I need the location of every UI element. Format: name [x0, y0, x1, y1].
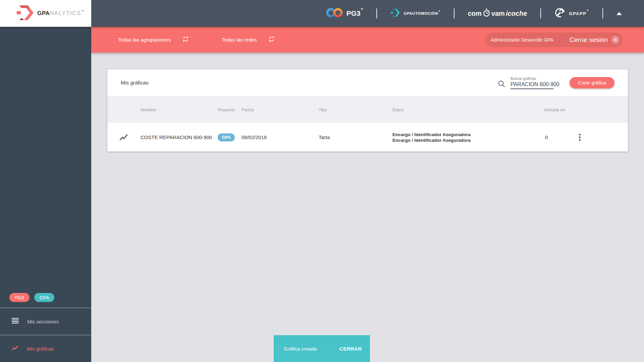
- filter-bar: Todas las agrupaciones Todas las redes A…: [91, 27, 644, 53]
- sidebar: PG3 GPA Mis secciones Mis gráficas: [0, 27, 91, 362]
- comvamicoche-com-label: com: [468, 10, 482, 17]
- logged-user-name: Administrador Desarrollo GPA: [491, 37, 553, 43]
- header-divider: [376, 8, 377, 18]
- header-divider: [454, 8, 454, 18]
- row-date: 09/02/2018: [241, 134, 319, 140]
- sidebar-item-label: Mis secciones: [27, 319, 59, 324]
- table-row[interactable]: COSTE REPARACION 600-900 GPA 09/02/2018 …: [107, 123, 628, 152]
- gpautomocion-arrow-icon: [390, 9, 400, 18]
- search-area: Buscar gráficas PARACION 600-900 Crear g…: [498, 76, 614, 89]
- gpapp-logo[interactable]: GPAPP®: [554, 7, 589, 19]
- header-divider: [602, 8, 603, 18]
- search-field-label: Buscar gráficas: [511, 76, 553, 80]
- brand-wordmark: GPANALYTICS®: [37, 10, 84, 17]
- table-header: Nombre Proyecto Fecha Tipo Datos Incluid…: [107, 96, 628, 123]
- search-input[interactable]: PARACION 600-900: [511, 81, 553, 89]
- gpautomocion-logo[interactable]: GPAUTOMOCIÓN®: [390, 9, 440, 18]
- search-field[interactable]: Buscar gráficas PARACION 600-900: [511, 76, 553, 89]
- logout-label: Cerrar sesión: [570, 36, 608, 44]
- create-chart-button[interactable]: Crear gráfica: [570, 77, 614, 88]
- snackbar: Gráfica creada CERRAR: [274, 335, 370, 362]
- search-input-value: PARACION 600-900: [511, 81, 559, 87]
- column-header-tipo: Tipo: [319, 107, 392, 112]
- pg3-infinity-icon: [326, 7, 343, 20]
- gpa-analytics-arrow-icon: [16, 5, 34, 21]
- pg3-label: PG3®: [346, 9, 363, 17]
- pg3-logo[interactable]: PG3®: [326, 7, 363, 20]
- column-header-datos: Datos: [392, 107, 544, 112]
- snackbar-close-button[interactable]: CERRAR: [336, 343, 365, 354]
- top-header: GPANALYTICS® PG3®: [0, 0, 644, 27]
- gpautomocion-registered-mark: ®: [438, 10, 440, 12]
- sidebar-bottom-section: PG3 GPA Mis secciones Mis gráficas: [0, 293, 91, 362]
- snackbar-message: Gráfica creada: [284, 346, 317, 352]
- comvamicoche-logo[interactable]: com vamicoche: [468, 8, 527, 19]
- close-session-icon: [611, 36, 619, 44]
- gpapp-registered-mark: ®: [587, 9, 589, 12]
- gpautomocion-label: GPAUTOMOCIÓN®: [404, 11, 440, 15]
- collapse-header-button[interactable]: [616, 12, 622, 15]
- menu-hamburger-icon: [12, 318, 19, 325]
- networks-filter-label: Todas las redes: [222, 37, 257, 43]
- column-header-fecha: Fecha: [241, 107, 319, 112]
- brand-logo: GPANALYTICS®: [0, 0, 91, 27]
- row-data-line: Encargo / Identificador Aseguradora: [392, 137, 544, 143]
- comvamicoche-icoche-label: icoche: [506, 10, 527, 17]
- groupings-filter-select[interactable]: Todas las agrupaciones: [118, 36, 189, 44]
- row-data-fields: Encargo / Identificador Aseguradora Enca…: [392, 132, 544, 143]
- row-chart-name: COSTE REPARACION 600-900: [141, 134, 218, 140]
- stopwatch-icon: [483, 8, 490, 19]
- row-chart-type-icon: [107, 133, 141, 141]
- row-included-count: 0: [544, 134, 576, 140]
- groupings-filter-label: Todas las agrupaciones: [118, 37, 171, 43]
- column-header-proyecto: Proyecto: [218, 107, 241, 112]
- project-badge: GPA: [218, 133, 235, 141]
- swap-repeat-icon[interactable]: [268, 36, 275, 44]
- sidebar-item-label: Mis gráficas: [27, 346, 54, 352]
- page-title: Mis gráficas: [121, 80, 149, 86]
- header-app-links: PG3® GPAUTOMOCIÓN® com: [326, 0, 644, 27]
- user-session-pill: Administrador Desarrollo GPA Cerrar sesi…: [485, 33, 623, 47]
- comvamicoche-vam-label: vam: [491, 10, 505, 17]
- row-project-cell: GPA: [218, 133, 241, 141]
- logout-button[interactable]: Cerrar sesión: [570, 36, 619, 44]
- gpapp-label: GPAPP®: [569, 11, 589, 16]
- networks-filter-select[interactable]: Todas las redes: [222, 36, 275, 44]
- sidebar-item-mis-secciones[interactable]: Mis secciones: [0, 308, 91, 335]
- card-header: Mis gráficas Buscar gráficas PARACION 60…: [107, 69, 628, 96]
- brand-registered-mark: ®: [82, 9, 84, 12]
- brand-nalytics-label: NALYTICS: [50, 10, 81, 17]
- gpapp-wrench-gauge-icon: [554, 7, 565, 19]
- row-actions-cell: [576, 132, 628, 142]
- my-charts-card: Mis gráficas Buscar gráficas PARACION 60…: [107, 69, 628, 152]
- row-menu-kebab-button[interactable]: [577, 132, 583, 142]
- header-divider: [540, 8, 541, 18]
- pg3-registered-mark: ®: [361, 7, 363, 11]
- search-icon[interactable]: [498, 80, 505, 89]
- brand-gpa-label: GPA: [37, 10, 50, 17]
- sidebar-badges: PG3 GPA: [0, 293, 91, 308]
- sidebar-badge-gpa[interactable]: GPA: [34, 293, 54, 302]
- swap-repeat-icon[interactable]: [182, 36, 189, 44]
- column-header-nombre: Nombre: [141, 107, 218, 112]
- line-chart-icon: [12, 345, 18, 353]
- sidebar-badge-pg3[interactable]: PG3: [9, 293, 30, 302]
- row-chart-type: Tarta: [319, 134, 392, 140]
- row-data-line: Encargo / Identificador Aseguradora: [392, 132, 544, 137]
- sidebar-item-mis-graficas[interactable]: Mis gráficas: [0, 335, 91, 362]
- column-header-incluida-en: Incluida en: [544, 107, 576, 112]
